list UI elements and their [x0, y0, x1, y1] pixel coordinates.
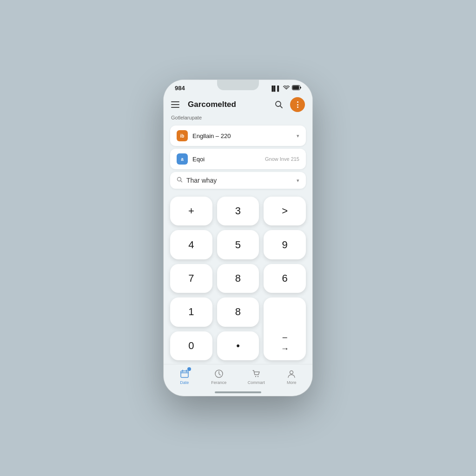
more-icon [286, 368, 297, 379]
arrow-right-icon: → [281, 344, 289, 354]
svg-point-7 [258, 376, 258, 377]
status-time: 984 [175, 85, 185, 92]
key-6[interactable]: 6 [264, 264, 306, 293]
app-content: Garcomelted [164, 93, 312, 364]
date-icon [179, 368, 190, 379]
phone-screen: 984 ▐▌▌ [164, 80, 312, 396]
nav-label-ferance: Ferance [211, 380, 226, 385]
nav-item-date[interactable]: Date [179, 368, 190, 385]
key-plus[interactable]: + [170, 197, 212, 225]
date-badge [187, 367, 191, 371]
key-1[interactable]: 1 [170, 298, 212, 326]
search-chevron-icon: ▾ [297, 178, 299, 184]
key-5[interactable]: 5 [217, 230, 259, 259]
key-gt[interactable]: > [264, 197, 306, 225]
key-0[interactable]: 0 [170, 331, 212, 360]
app-title: Garcomelted [188, 100, 236, 109]
notch [217, 80, 259, 90]
dropdown-2[interactable]: a Eqoi Gnow Inve 215 [170, 149, 306, 169]
bottom-nav: Date Ferance [164, 364, 312, 391]
svg-point-2 [276, 101, 281, 106]
header-right [271, 97, 305, 112]
menu-line-2 [171, 104, 179, 105]
key-9[interactable]: 9 [264, 230, 306, 259]
key-7[interactable]: 7 [170, 264, 212, 293]
nav-item-commart[interactable]: Commart [248, 368, 265, 385]
minus-icon: – [283, 332, 287, 342]
wifi-icon [283, 86, 290, 91]
nav-label-more: More [287, 380, 297, 385]
menu-line-1 [171, 101, 179, 102]
search-button[interactable] [271, 97, 286, 112]
nav-item-more[interactable]: More [286, 368, 297, 385]
key-dot[interactable]: • [217, 331, 259, 360]
search-small-icon [177, 177, 183, 184]
key-3[interactable]: 3 [217, 197, 259, 225]
dot-1 [297, 101, 298, 103]
nav-label-date: Date [180, 380, 189, 385]
key-enter[interactable]: – → [264, 298, 306, 360]
search-row[interactable]: Thar whay ▾ [170, 172, 306, 189]
status-icons: ▐▌▌ [270, 85, 301, 91]
keypad: + 3 > 4 5 9 7 8 6 1 8 – → 0 [164, 190, 312, 364]
chevron-down-icon: ▾ [297, 133, 299, 139]
signal-icon: ▐▌▌ [270, 86, 281, 91]
svg-point-8 [290, 371, 293, 374]
menu-line-3 [171, 107, 179, 108]
menu-button[interactable] [171, 98, 184, 111]
header-left: Garcomelted [171, 98, 236, 111]
dropdown-1-label: Engllain – 220 [192, 132, 292, 139]
dots-icon [297, 101, 298, 108]
dot-2 [297, 104, 298, 106]
dot-3 [297, 106, 298, 108]
app-header: Garcomelted [164, 93, 312, 115]
ferance-icon [213, 368, 225, 379]
commart-icon [251, 368, 262, 379]
home-indicator [215, 391, 261, 393]
dropdown-1-icon: ib [177, 130, 188, 141]
key-8b[interactable]: 8 [217, 298, 259, 326]
dropdown-2-sublabel: Gnow Inve 215 [265, 156, 299, 162]
search-value: Thar whay [186, 177, 293, 184]
svg-rect-4 [181, 371, 188, 377]
svg-rect-1 [293, 86, 299, 90]
nav-label-commart: Commart [248, 380, 265, 385]
dropdown-1[interactable]: ib Engllain – 220 ▾ [170, 126, 306, 146]
battery-icon [292, 85, 301, 91]
dropdown-2-label: Eqoi [192, 156, 260, 163]
phone-device: 984 ▐▌▌ [164, 80, 312, 396]
page-subtitle: Gotlelarupate [164, 115, 312, 124]
more-options-button[interactable] [290, 97, 305, 112]
svg-point-6 [255, 376, 256, 377]
key-8[interactable]: 8 [217, 264, 259, 293]
key-4[interactable]: 4 [170, 230, 212, 259]
nav-item-ferance[interactable]: Ferance [211, 368, 226, 385]
dropdown-2-icon: a [177, 153, 188, 165]
